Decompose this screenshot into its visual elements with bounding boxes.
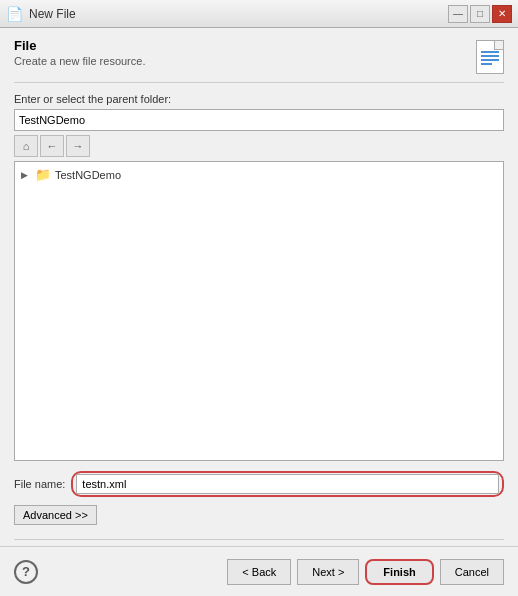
folder-toolbar: ⌂ ← → [14,135,504,157]
header-title: File [14,38,145,53]
minimize-button[interactable]: — [448,5,468,23]
folder-icon: 📁 [35,167,51,182]
file-icon [476,40,504,74]
title-controls: — □ ✕ [448,5,512,23]
cancel-button[interactable]: Cancel [440,559,504,585]
back-nav-button[interactable]: ← [40,135,64,157]
folder-tree[interactable]: ▶ 📁 TestNGDemo [14,161,504,461]
separator [14,539,504,540]
help-button[interactable]: ? [14,560,38,584]
close-button[interactable]: ✕ [492,5,512,23]
home-button[interactable]: ⌂ [14,135,38,157]
folder-label: Enter or select the parent folder: [14,93,504,105]
finish-button[interactable]: Finish [365,559,433,585]
title-bar: 📄 New File — □ ✕ [0,0,518,28]
tree-expander-icon: ▶ [21,170,31,180]
next-button[interactable]: Next > [297,559,359,585]
header-subtitle: Create a new file resource. [14,55,145,67]
title-bar-text: New File [29,7,76,21]
back-button[interactable]: < Back [227,559,291,585]
forward-nav-button[interactable]: → [66,135,90,157]
file-name-label: File name: [14,478,65,490]
bottom-bar: ? < Back Next > Finish Cancel [0,546,518,596]
file-name-input-wrap [71,471,504,497]
folder-input[interactable] [14,109,504,131]
advanced-button[interactable]: Advanced >> [14,505,97,525]
title-bar-icon: 📄 [6,6,23,22]
nav-buttons: < Back Next > Finish Cancel [227,559,504,585]
file-name-section: File name: [14,471,504,497]
header-section: File Create a new file resource. [14,38,504,83]
maximize-button[interactable]: □ [470,5,490,23]
tree-item-label: TestNGDemo [55,169,121,181]
tree-item[interactable]: ▶ 📁 TestNGDemo [19,166,499,183]
file-name-input[interactable] [76,474,499,494]
dialog-body: File Create a new file resource. Enter o… [0,28,518,546]
